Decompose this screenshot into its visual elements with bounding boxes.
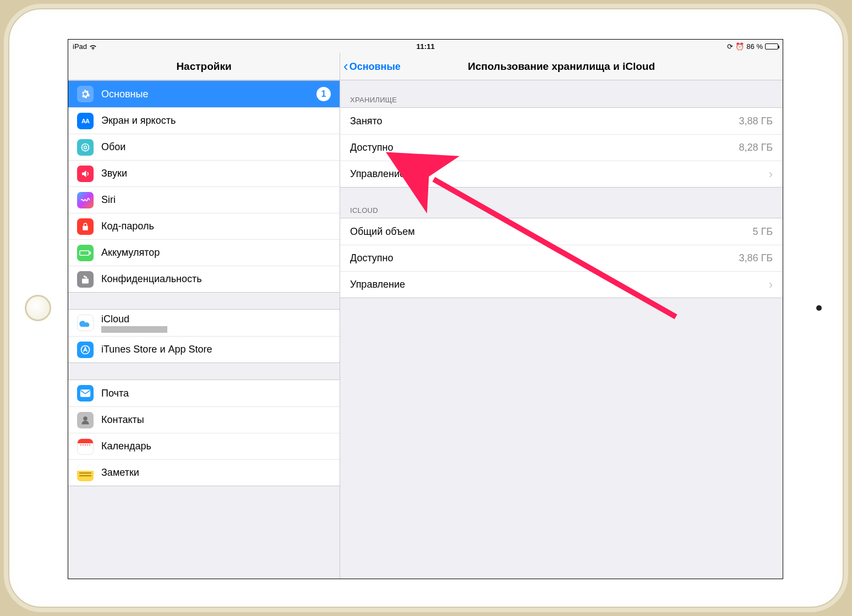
- settings-sidebar: Настройки Основные1AAЭкран и яркостьОбои…: [68, 53, 340, 579]
- svg-rect-3: [90, 251, 91, 254]
- sidebar-item-passcode[interactable]: Код-пароль: [68, 213, 340, 239]
- status-time: 11:11: [416, 42, 434, 51]
- detail-row-управление[interactable]: Управление›: [340, 271, 783, 298]
- sidebar-item-label: Конфиденциальность: [101, 273, 202, 285]
- status-device-label: iPad: [73, 42, 87, 51]
- sidebar-item-general[interactable]: Основные1: [68, 81, 340, 107]
- sidebar-item-label: Контакты: [101, 414, 144, 426]
- row-value: 8,28 ГБ: [739, 142, 773, 153]
- sidebar-item-mail[interactable]: Почта: [68, 380, 340, 406]
- detail-row-управление[interactable]: Управление›: [340, 161, 783, 187]
- redacted-text: [101, 326, 167, 333]
- gear-icon: [77, 86, 94, 102]
- front-camera: [816, 305, 822, 311]
- svg-rect-2: [80, 250, 89, 255]
- detail-row-доступно: Доступно3,86 ГБ: [340, 245, 783, 271]
- row-value: 3,86 ГБ: [739, 252, 773, 264]
- row-label: Управление: [350, 168, 405, 180]
- sidebar-item-contacts[interactable]: Контакты: [68, 406, 340, 433]
- sidebar-item-sounds[interactable]: Звуки: [68, 160, 340, 186]
- sidebar-item-label: Звуки: [101, 168, 127, 179]
- cal-icon: [77, 438, 94, 455]
- chevron-right-icon: ›: [769, 167, 773, 182]
- sidebar-item-label: iCloud: [101, 314, 167, 325]
- batt-icon: [77, 245, 94, 261]
- svg-point-6: [83, 416, 88, 421]
- priv-icon: [77, 271, 94, 288]
- contacts-icon: [77, 412, 94, 428]
- svg-point-1: [84, 146, 87, 148]
- device-bezel: iPad 11:11 ⟳ ⏰ 86 % Настройки Основные1A…: [8, 8, 844, 608]
- wall-icon: [77, 139, 94, 156]
- sound-icon: [77, 166, 94, 182]
- detail-row-общий-объем: Общий объем5 ГБ: [340, 218, 783, 245]
- detail-row-доступно: Доступно8,28 ГБ: [340, 134, 783, 161]
- siri-icon: [77, 192, 94, 208]
- pass-icon: [77, 218, 94, 235]
- row-label: Доступно: [350, 142, 394, 153]
- row-value: 5 ГБ: [752, 226, 773, 238]
- sidebar-item-battery[interactable]: Аккумулятор: [68, 239, 340, 266]
- row-label: Управление: [350, 279, 405, 290]
- sidebar-item-display[interactable]: AAЭкран и яркость: [68, 107, 340, 134]
- sidebar-item-label: iTunes Store и App Store: [101, 344, 212, 355]
- detail-header: ‹ Основные Использование хранилища и iCl…: [340, 53, 783, 80]
- section-header: ХРАНИЛИЩЕ: [340, 92, 783, 107]
- wifi-icon: [89, 43, 97, 49]
- row-label: Доступно: [350, 252, 394, 264]
- status-bar: iPad 11:11 ⟳ ⏰ 86 %: [68, 40, 783, 53]
- sidebar-item-privacy[interactable]: Конфиденциальность: [68, 266, 340, 292]
- detail-title: Использование хранилища и iCloud: [468, 61, 655, 73]
- row-value: 3,88 ГБ: [739, 116, 773, 127]
- badge: 1: [316, 87, 331, 101]
- sidebar-item-label: Обои: [101, 141, 125, 153]
- battery-percent: 86 %: [746, 42, 763, 51]
- sidebar-title: Настройки: [68, 53, 340, 80]
- sidebar-item-label: Аккумулятор: [101, 247, 160, 258]
- section-header: ICLOUD: [340, 203, 783, 218]
- cloud-icon: [77, 315, 94, 331]
- detail-pane: ‹ Основные Использование хранилища и iCl…: [340, 53, 783, 579]
- home-button[interactable]: [25, 295, 51, 321]
- sidebar-item-icloud[interactable]: iCloud: [68, 310, 340, 336]
- sidebar-item-label: Заметки: [101, 467, 139, 479]
- sidebar-item-label: Siri: [101, 194, 116, 206]
- detail-row-занято: Занято3,88 ГБ: [340, 108, 783, 134]
- mail-icon: [77, 385, 94, 402]
- battery-icon: [765, 43, 778, 50]
- alarm-icon: ⏰: [735, 43, 744, 50]
- back-label: Основные: [349, 61, 401, 73]
- screen: iPad 11:11 ⟳ ⏰ 86 % Настройки Основные1A…: [68, 39, 783, 579]
- sidebar-item-label: Почта: [101, 388, 129, 399]
- sidebar-item-store[interactable]: iTunes Store и App Store: [68, 336, 340, 362]
- sidebar-item-wallpaper[interactable]: Обои: [68, 134, 340, 160]
- sidebar-item-notes[interactable]: Заметки: [68, 459, 340, 486]
- sidebar-item-label: Код-пароль: [101, 221, 154, 232]
- store-icon: [77, 342, 94, 358]
- row-label: Занято: [350, 116, 383, 127]
- sidebar-item-label: Основные: [101, 89, 148, 100]
- sidebar-item-calendar[interactable]: Календарь: [68, 433, 340, 459]
- row-label: Общий объем: [350, 226, 415, 238]
- orientation-lock-icon: ⟳: [727, 43, 733, 50]
- chevron-left-icon: ‹: [343, 59, 348, 73]
- sidebar-item-label: Экран и яркость: [101, 115, 176, 127]
- back-button[interactable]: ‹ Основные: [343, 53, 401, 80]
- chevron-right-icon: ›: [769, 278, 773, 292]
- sidebar-item-label: Календарь: [101, 441, 151, 452]
- notes-icon: [77, 465, 94, 481]
- sidebar-item-siri[interactable]: Siri: [68, 186, 340, 213]
- display-icon: AA: [77, 113, 94, 129]
